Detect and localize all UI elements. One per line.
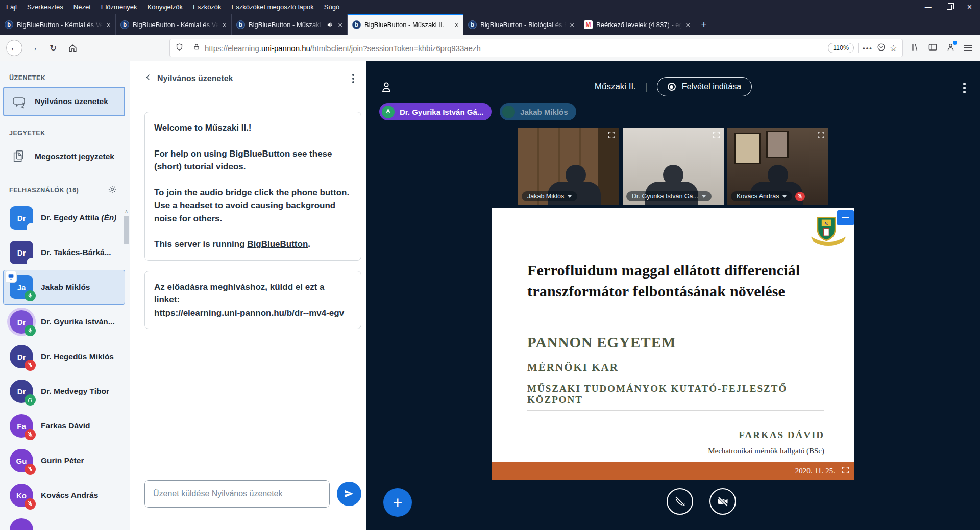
public-chat-panel: Nyilvános üzenetek Welcome to Műszaki II… xyxy=(130,61,366,530)
talker-badge-idle[interactable]: Jakab Miklós xyxy=(500,103,576,120)
reload-button[interactable]: ↻ xyxy=(45,40,61,56)
webcam-name-label[interactable]: Dr. Gyurika István Gá... xyxy=(626,191,712,201)
bookmark-star-icon[interactable]: ☆ xyxy=(890,43,897,54)
webcam-gyurika[interactable]: Dr. Gyurika István Gá... xyxy=(623,128,724,205)
pocket-icon[interactable] xyxy=(877,43,886,54)
slide-author-role: Mechatronikai mérnök hallgató (BSc) xyxy=(527,447,824,456)
gmail-favicon: M xyxy=(584,20,593,29)
chat-title: Nyilvános üzenetek xyxy=(157,74,233,83)
fullscreen-icon[interactable] xyxy=(607,131,616,141)
slide-date: 2020. 11. 25. xyxy=(795,467,835,475)
tab-bbb-kemiai-2[interactable]: b BigBlueButton - Kémiai és Vegy × xyxy=(116,14,232,35)
forward-button[interactable]: → xyxy=(26,40,42,56)
user-row[interactable]: Dr Dr. Gyurika István... xyxy=(3,305,125,339)
user-row[interactable]: Gu Gurin Péter xyxy=(3,443,125,478)
home-button[interactable] xyxy=(64,40,81,56)
presentation-area[interactable]: V. Ferrofluidum maggal ellátott differen… xyxy=(492,208,854,480)
webcam-jakab[interactable]: Jakab Miklós xyxy=(518,128,619,205)
minimize-window-icon[interactable]: — xyxy=(925,3,932,11)
lock-icon[interactable] xyxy=(192,43,201,53)
user-row-selected[interactable]: Ja Jakab Miklós xyxy=(3,270,125,305)
tab-bbb-kemiai-1[interactable]: b BigBlueButton - Kémiai és Vegy × xyxy=(0,14,116,35)
menu-help[interactable]: Súgó xyxy=(324,3,339,11)
minimize-presentation-button[interactable] xyxy=(837,210,854,225)
new-tab-button[interactable]: + xyxy=(695,14,713,35)
chat-options-kebab-icon[interactable] xyxy=(352,74,354,83)
leave-audio-button[interactable] xyxy=(667,488,693,515)
sidebars-icon[interactable] xyxy=(928,42,938,54)
mic-on-badge-icon xyxy=(24,325,36,336)
menu-tools[interactable]: Eszközök xyxy=(193,3,222,11)
menu-view[interactable]: Nézet xyxy=(74,3,91,11)
close-tab-icon[interactable]: × xyxy=(338,20,342,29)
send-message-button[interactable] xyxy=(337,482,361,506)
user-row[interactable]: Dr Dr. Takács-Bárká... xyxy=(3,235,125,270)
mic-on-badge-icon xyxy=(24,290,36,301)
library-icon[interactable] xyxy=(910,42,920,54)
manage-users-gear-icon[interactable] xyxy=(108,185,117,195)
sidebar-item-shared-notes[interactable]: Megosztott jegyzetek xyxy=(3,142,125,171)
presentation-fullscreen-icon[interactable] xyxy=(841,466,850,476)
bigbluebutton-link[interactable]: BigBlueButton xyxy=(247,239,308,249)
close-tab-icon[interactable]: × xyxy=(570,20,574,29)
menu-file[interactable]: Fájl xyxy=(6,3,17,11)
menu-history[interactable]: Előzmények xyxy=(101,3,137,11)
page-actions-icon[interactable]: ••• xyxy=(863,44,873,52)
picture-frame xyxy=(734,133,761,164)
user-row[interactable]: Dr Dr. Egedy Attila (Én) xyxy=(3,200,125,235)
chevron-down-icon xyxy=(782,195,787,198)
tab-bbb-biologiai[interactable]: b BigBlueButton - Biológiai és Fö × xyxy=(463,14,579,35)
tab-gmail-inbox[interactable]: M Beérkező levelek (4 837) - ege × xyxy=(579,14,695,35)
user-row[interactable]: Dr Dr. Medvegy Tibor xyxy=(3,374,125,409)
actions-plus-button[interactable]: + xyxy=(383,488,412,517)
webcam-name-label[interactable]: Jakab Miklós xyxy=(522,191,577,201)
menu-shared-tabs[interactable]: Eszközöket megosztó lapok xyxy=(232,3,314,11)
close-tab-icon[interactable]: × xyxy=(106,20,111,29)
scrollbar-thumb[interactable] xyxy=(124,216,129,244)
tracking-shield-icon[interactable] xyxy=(175,43,184,54)
user-row[interactable]: Fa Farkas Dávid xyxy=(3,409,125,443)
webcam-name-label[interactable]: Kovács András xyxy=(731,191,805,201)
tab-bbb-muszaki-1[interactable]: b BigBlueButton - Műszaki I. × xyxy=(232,14,348,35)
user-row[interactable]: Ko Kovács András xyxy=(3,478,125,513)
options-kebab-icon[interactable] xyxy=(963,83,966,93)
scroll-up-arrow-icon[interactable]: ∧ xyxy=(124,208,129,215)
menu-edit[interactable]: Szerkesztés xyxy=(27,3,63,11)
tab-bbb-muszaki-2-active[interactable]: b BigBlueButton - Műszaki II. × xyxy=(348,14,463,35)
menu-hamburger-icon[interactable] xyxy=(964,45,972,51)
close-window-icon[interactable]: × xyxy=(967,3,972,11)
start-recording-button[interactable]: Felvétel indítása xyxy=(657,77,752,96)
chat-message-input[interactable] xyxy=(144,480,330,508)
invite-message: Az előadásra meghíváshoz, küldd el ezt a… xyxy=(144,271,361,330)
user-list-scrollbar[interactable]: ∧ xyxy=(124,208,129,530)
sidebar-item-public-chat[interactable]: Nyilvános üzenetek xyxy=(3,87,125,116)
zoom-level-badge[interactable]: 110% xyxy=(828,43,854,53)
close-tab-icon[interactable]: × xyxy=(454,20,459,29)
menu-bookmarks[interactable]: Könyvjelzők xyxy=(148,3,183,11)
account-icon[interactable] xyxy=(946,42,955,54)
user-row[interactable]: Dr Dr. Hegedűs Miklós xyxy=(3,339,125,374)
webcam-off-button[interactable] xyxy=(709,488,736,515)
chat-back-chevron-icon[interactable] xyxy=(144,73,152,83)
close-tab-icon[interactable]: × xyxy=(222,20,227,29)
avatar: Fa xyxy=(10,414,33,438)
webcam-kovacs[interactable]: Kovács András xyxy=(727,128,828,205)
url-bar[interactable]: https://elearning.uni-pannon.hu/html5cli… xyxy=(169,39,903,57)
back-button[interactable]: ← xyxy=(6,40,22,56)
messages-section-label: ÜZENETEK xyxy=(9,74,130,82)
user-row-partial[interactable] xyxy=(3,513,125,530)
close-tab-icon[interactable]: × xyxy=(685,20,690,29)
window-controls: — × xyxy=(925,3,980,11)
tab-speaker-icon[interactable] xyxy=(327,21,334,29)
chat-bubbles-icon xyxy=(10,93,28,110)
user-avatar-icon[interactable] xyxy=(380,81,393,96)
fullscreen-icon[interactable] xyxy=(712,131,721,141)
chat-input-row xyxy=(130,480,366,508)
restore-window-icon[interactable] xyxy=(947,5,952,10)
avatar: Ko xyxy=(10,484,33,507)
slide-author: FARKAS DÁVID xyxy=(527,430,824,441)
fullscreen-icon[interactable] xyxy=(817,131,825,141)
tutorial-videos-link[interactable]: tutorial videos xyxy=(184,162,243,171)
notes-icon xyxy=(10,149,28,164)
talker-badge-speaking[interactable]: Dr. Gyurika István Gá... xyxy=(379,103,492,120)
